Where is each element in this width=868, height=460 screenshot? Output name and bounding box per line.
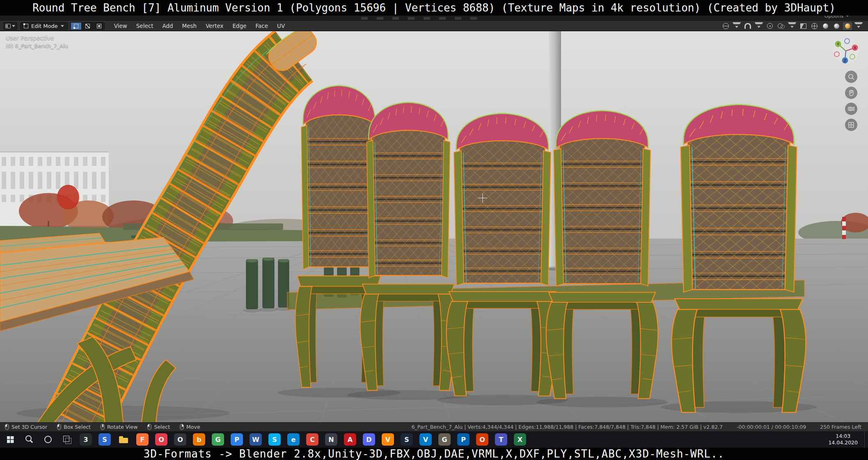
app-blender[interactable]: b: [190, 431, 208, 448]
menu-item[interactable]: Face: [252, 22, 273, 30]
menu-item[interactable]: UV: [273, 22, 289, 30]
select-mode-group: [71, 22, 105, 30]
clock-date: 14.04.2020: [828, 439, 858, 446]
app-tile-icon: O: [476, 433, 488, 446]
app-obs[interactable]: O: [171, 431, 190, 448]
app-vlc[interactable]: V: [378, 431, 397, 448]
app-tile-icon: V: [419, 433, 432, 446]
app-tile-icon: S: [98, 433, 111, 446]
app-tile-icon: [4, 433, 16, 446]
keymap-hints: Set 3D Cursor Box Select Rotate View Sel…: [5, 424, 200, 430]
mode-select-dropdown[interactable]: Edit Mode: [20, 22, 68, 30]
menu-item[interactable]: Select: [132, 22, 158, 30]
app-tile-icon: D: [363, 433, 375, 446]
cortana-button[interactable]: [39, 431, 57, 448]
app-greenshot[interactable]: G: [208, 431, 227, 448]
options-dropdown[interactable]: Options: [824, 16, 849, 19]
app-vscode[interactable]: V: [416, 431, 435, 448]
shading-rendered-icon[interactable]: [843, 22, 852, 30]
search-button[interactable]: [20, 431, 39, 448]
app-photos[interactable]: P: [227, 431, 246, 448]
shading-wireframe-icon[interactable]: [810, 22, 819, 30]
app-tile-icon: X: [514, 433, 526, 446]
mode-label: Edit Mode: [31, 23, 58, 29]
app-tile-icon: T: [495, 433, 507, 446]
app-notepad[interactable]: N: [322, 431, 341, 448]
app-discord[interactable]: D: [360, 431, 378, 448]
menu-item[interactable]: Vertex: [202, 22, 227, 30]
app-tile-icon: [117, 433, 130, 446]
caption-top-text: Round Tree Bench [7] Aluminum Version 1 …: [32, 2, 836, 14]
app-excel[interactable]: X: [511, 431, 529, 448]
app-your-phone[interactable]: P: [454, 431, 473, 448]
hint-select: Select: [147, 424, 170, 430]
shading-material-icon[interactable]: [832, 22, 841, 30]
overlays-chevron-icon[interactable]: [788, 22, 797, 30]
menu-item[interactable]: View: [110, 22, 131, 30]
app-tile-icon: A: [344, 433, 356, 446]
viewport-scene: [0, 31, 868, 422]
proportional-editing-icon[interactable]: [765, 22, 774, 30]
mesh-statistics: 6_Part_Bench_7_Alu | Verts:4,344/4,344 |…: [412, 424, 723, 430]
app-tile-icon: O: [155, 433, 167, 446]
app-firefox[interactable]: F: [133, 431, 152, 448]
app-3ds-max[interactable]: 3: [76, 431, 95, 448]
app-teams[interactable]: T: [492, 431, 511, 448]
show-desktop-button[interactable]: [864, 431, 868, 448]
app-edge[interactable]: e: [284, 431, 303, 448]
app-opera[interactable]: O: [152, 431, 171, 448]
menu-item[interactable]: Add: [158, 22, 177, 30]
app-tile-icon: G: [212, 433, 224, 446]
app-word[interactable]: W: [246, 431, 265, 448]
show-overlays-icon[interactable]: [776, 22, 786, 30]
frames-left: 250 Frames Left: [820, 424, 861, 430]
hint-box-select: Box Select: [57, 424, 91, 430]
hint-move: Move: [180, 424, 200, 430]
app-tile-icon: e: [287, 433, 300, 446]
app-skype[interactable]: S: [265, 431, 284, 448]
app-tile-icon: b: [193, 433, 205, 446]
app-chrome[interactable]: C: [303, 431, 322, 448]
app-adobe-reader[interactable]: A: [341, 431, 360, 448]
snap-chevron-icon[interactable]: [754, 22, 763, 30]
app-tile-icon: S: [268, 433, 281, 446]
shading-solid-icon[interactable]: [821, 22, 830, 30]
app-tile-icon: C: [306, 433, 318, 446]
shading-chevron-icon[interactable]: [854, 22, 863, 30]
app-tile-icon: N: [325, 433, 337, 446]
transform-orientation-chevron-icon[interactable]: [732, 22, 741, 30]
editor-type-button[interactable]: [3, 22, 17, 30]
viewport-3d[interactable]: User Perspective (0) 6_Part_Bench_7_Alu …: [0, 31, 868, 422]
zoom-tool-button[interactable]: [845, 71, 857, 83]
file-explorer[interactable]: [114, 431, 133, 448]
vertex-select-mode-button[interactable]: [71, 22, 82, 30]
mouse-icon: [180, 424, 184, 430]
app-save[interactable]: S: [95, 431, 114, 448]
navigation-gizmo[interactable]: X Y Z: [832, 37, 860, 65]
menu-item[interactable]: Edge: [229, 22, 251, 30]
caption-bottom-text: 3D-Formats -> Blender 2.8x,Unity-3D,FBX,…: [144, 448, 725, 460]
taskbar-clock[interactable]: 14:03 14.04.2020: [822, 433, 864, 446]
mouse-icon: [5, 424, 9, 430]
transform-orientation-globe-icon[interactable]: [721, 22, 730, 30]
app-steam[interactable]: S: [397, 431, 416, 448]
start-button[interactable]: [1, 431, 20, 448]
snap-magnet-icon[interactable]: [743, 22, 752, 30]
app-tile-icon: P: [457, 433, 469, 446]
toggle-ortho-button[interactable]: [845, 119, 857, 131]
menu-item[interactable]: Mesh: [178, 22, 201, 30]
app-tile-icon: [42, 433, 54, 446]
edge-select-mode-button[interactable]: [82, 22, 93, 30]
hint-label: Rotate View: [107, 424, 138, 430]
video-caption-top: Round Tree Bench [7] Aluminum Version 1 …: [0, 0, 868, 16]
windows-taskbar: 3 S F O O b G P W: [0, 431, 868, 448]
camera-view-button[interactable]: [845, 103, 857, 115]
task-view-button[interactable]: [57, 431, 76, 448]
app-tile-icon: [61, 433, 73, 446]
face-select-mode-button[interactable]: [94, 22, 105, 30]
viewport-menu-bar: ViewSelectAddMeshVertexEdgeFaceUV: [110, 22, 289, 30]
xray-toggle-icon[interactable]: [799, 22, 808, 30]
app-gimp[interactable]: G: [435, 431, 454, 448]
app-office[interactable]: O: [473, 431, 492, 448]
pan-hand-button[interactable]: [845, 87, 857, 99]
